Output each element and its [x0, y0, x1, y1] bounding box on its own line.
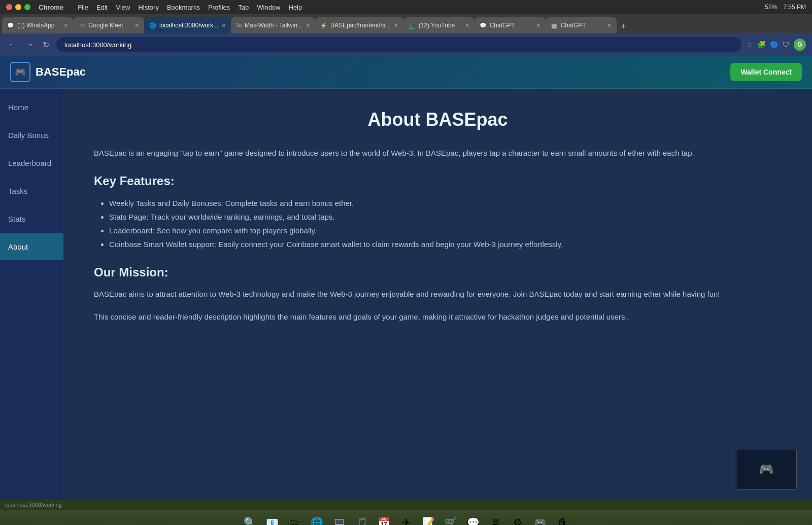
dock-chrome[interactable]: 🌐 — [308, 513, 326, 525]
logo-emoji: 🎮 — [15, 66, 26, 78]
menu-profiles[interactable]: Profiles — [208, 4, 230, 11]
dock-telegram[interactable]: ✈ — [397, 513, 415, 525]
tab-close-icon[interactable]: ✕ — [63, 22, 68, 29]
clock: 7:55 PM — [783, 4, 806, 11]
app-logo: 🎮 BASEpac — [10, 62, 86, 82]
profile-badge[interactable]: G — [794, 39, 806, 51]
menu-file[interactable]: File — [78, 4, 88, 11]
tab-whatsapp[interactable]: 💬 (1) WhatsApp ✕ — [2, 17, 73, 33]
close-button[interactable] — [6, 4, 12, 10]
sidebar-label-about: About — [8, 242, 28, 251]
battery-indicator: 52% — [765, 4, 777, 11]
tab-label: ChatGPT — [490, 22, 533, 29]
dock-settings[interactable]: ⚙ — [509, 513, 527, 525]
tab-label: Google Meet — [88, 22, 131, 29]
sidebar-label-leaderboard: Leaderboard — [8, 159, 51, 167]
dock-appstore[interactable]: 🛒 — [442, 513, 460, 525]
dock-files[interactable]: 🗂 — [285, 513, 303, 525]
feature-item-0: Weekly Tasks and Daily Bonuses: Complete… — [109, 196, 782, 210]
extension-icon-2[interactable]: 🔵 — [770, 41, 779, 49]
macos-status-right: 52% 7:55 PM — [765, 4, 806, 11]
wallet-connect-button[interactable]: Wallet Connect — [730, 63, 802, 81]
feature-item-1: Stats Page: Track your worldwide ranking… — [109, 210, 782, 224]
content-area: About BASEpac BASEpac is an engaging "ta… — [63, 89, 812, 500]
tab-youtube[interactable]: 📺 (12) YouTube ✕ — [403, 17, 475, 33]
forward-button[interactable]: → — [23, 38, 36, 51]
closing-text: This concise and reader-friendly descrip… — [94, 310, 782, 324]
preview-thumbnail: 🎮 — [736, 449, 797, 489]
sidebar-item-home[interactable]: Home — [0, 94, 63, 121]
extension-icon-3[interactable]: 🛡 — [783, 41, 790, 49]
bookmark-icon[interactable]: ☆ — [747, 41, 753, 49]
address-bar: ← → ↻ ☆ 🧩 🔵 🛡 G — [0, 33, 812, 56]
dock-discord[interactable]: 💬 — [464, 513, 482, 525]
tab-label: localhost:3000/work... — [159, 22, 218, 29]
logo-icon: 🎮 — [10, 62, 30, 82]
menu-bookmarks[interactable]: Bookmarks — [167, 4, 200, 11]
tab-close-icon[interactable]: ✕ — [134, 22, 139, 29]
menu-history[interactable]: History — [138, 4, 158, 11]
feature-item-3: Coinbase Smart Wallet support: Easily co… — [109, 237, 782, 251]
tab-chatgpt-1[interactable]: 💬 ChatGPT ✕ — [475, 17, 546, 33]
tab-close-icon[interactable]: ✕ — [536, 22, 540, 29]
status-bar: localhost:3000/working — [0, 500, 812, 510]
sidebar-item-daily-bonus[interactable]: Daily Bonus — [0, 122, 63, 149]
macos-menu: File Edit View History Bookmarks Profile… — [78, 4, 302, 11]
menu-window[interactable]: Window — [257, 4, 280, 11]
tab-label: Max-Width - Tailwin... — [245, 22, 302, 29]
tab-chatgpt-2[interactable]: 🤖 ChatGPT ✕ — [546, 17, 617, 33]
extension-icon-1[interactable]: 🧩 — [757, 41, 766, 49]
dock-basepac[interactable]: 🎮 — [531, 513, 549, 525]
tab-close-icon[interactable]: ✕ — [465, 22, 469, 29]
sidebar-label-tasks: Tasks — [8, 187, 27, 195]
address-input[interactable] — [56, 37, 741, 52]
tab-favicon: 🤖 — [551, 22, 558, 29]
new-tab-button[interactable]: + — [617, 19, 631, 33]
tab-label: ChatGPT — [561, 22, 604, 29]
browser-name: Chrome — [39, 4, 63, 11]
minimize-button[interactable] — [15, 4, 21, 10]
dock-finder[interactable]: 🔍 — [241, 513, 259, 525]
refresh-button[interactable]: ↻ — [41, 38, 51, 52]
back-button[interactable]: ← — [6, 38, 18, 51]
dock-notes[interactable]: 📝 — [419, 513, 437, 525]
tab-basepac-github[interactable]: ⚡ BASEpac/frontend/a... ✕ — [315, 17, 403, 33]
dock-trash[interactable]: 🗑 — [553, 513, 571, 525]
menu-view[interactable]: View — [116, 4, 130, 11]
dock-terminal[interactable]: 🖥 — [486, 513, 504, 525]
sidebar-item-leaderboard[interactable]: Leaderboard — [0, 150, 63, 177]
tab-tailwind[interactable]: 🌬 Max-Width - Tailwin... ✕ — [231, 17, 315, 33]
logo-text: BASEpac — [36, 65, 86, 79]
menu-help[interactable]: Help — [289, 4, 302, 11]
app-header: 🎮 BASEpac Wallet Connect — [0, 56, 812, 89]
tab-close-icon[interactable]: ✕ — [394, 22, 398, 29]
tab-google-meet[interactable]: 📹 Google Meet ✕ — [73, 17, 144, 33]
sidebar-label-stats: Stats — [8, 215, 25, 223]
menu-edit[interactable]: Edit — [96, 4, 108, 11]
tab-label: BASEpac/frontend/a... — [330, 22, 391, 29]
dock-vscode[interactable]: 💻 — [330, 513, 348, 525]
sidebar-label-home: Home — [8, 103, 28, 112]
dock-calendar[interactable]: 📅 — [375, 513, 393, 525]
mission-text: BASEpac aims to attract attention to Web… — [94, 288, 782, 301]
sidebar-label-daily-bonus: Daily Bonus — [8, 131, 49, 139]
maximize-button[interactable] — [24, 4, 30, 10]
tab-close-icon[interactable]: ✕ — [306, 22, 310, 29]
tab-close-icon[interactable]: ✕ — [607, 22, 612, 29]
main-layout: Home Daily Bonus Leaderboard Tasks Stats… — [0, 89, 812, 500]
tabs-bar: 💬 (1) WhatsApp ✕ 📹 Google Meet ✕ 🌐 local… — [0, 14, 812, 33]
tab-favicon: 🌬 — [236, 22, 242, 28]
dock-mail[interactable]: 📧 — [263, 513, 281, 525]
sidebar-item-tasks[interactable]: Tasks — [0, 178, 63, 204]
dock-music[interactable]: 🎵 — [352, 513, 370, 525]
menu-tab[interactable]: Tab — [238, 4, 249, 11]
intro-text: BASEpac is an engaging "tap to earn" gam… — [94, 147, 782, 160]
tab-localhost[interactable]: 🌐 localhost:3000/work... ✕ — [144, 17, 231, 33]
address-right-icons: ☆ 🧩 🔵 🛡 G — [747, 39, 806, 51]
app-container: 🎮 BASEpac Wallet Connect Home Daily Bonu… — [0, 56, 812, 500]
sidebar-item-stats[interactable]: Stats — [0, 205, 63, 232]
tab-close-icon[interactable]: ✕ — [221, 22, 226, 29]
sidebar-item-about[interactable]: About — [0, 233, 63, 260]
feature-item-2: Leaderboard: See how you compare with to… — [109, 224, 782, 237]
page-title: About BASEpac — [94, 109, 782, 130]
